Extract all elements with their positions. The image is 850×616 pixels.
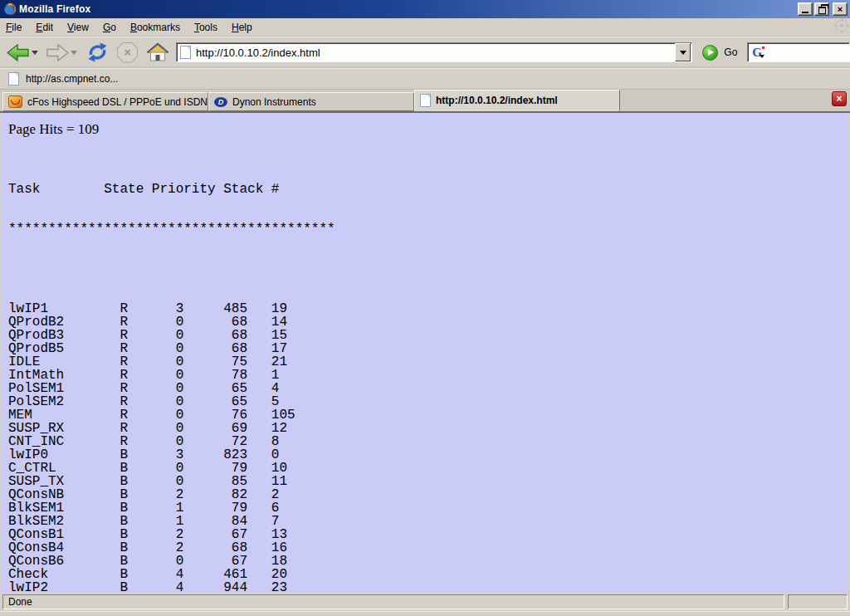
forward-dropdown-icon[interactable] (71, 51, 77, 55)
table-row: MEM R 0 76 105 (8, 408, 335, 422)
close-tab-button[interactable]: × (832, 91, 847, 106)
table-divider: ****************************************… (8, 222, 335, 236)
menu-help[interactable]: Help (226, 20, 258, 35)
menu-file[interactable]: File (0, 20, 27, 35)
table-spacer (8, 262, 335, 276)
close-icon: × (838, 5, 843, 13)
minimize-button[interactable] (798, 2, 813, 16)
table-row: QConsB4 B 2 68 16 (8, 541, 335, 555)
table-row: QConsNB B 2 82 2 (8, 488, 335, 501)
table-row: PolSEM2 R 0 65 5 (8, 395, 335, 408)
menu-view[interactable]: View (61, 20, 95, 35)
url-text: http://10.0.10.2/index.html (196, 46, 675, 59)
reload-button[interactable] (86, 42, 109, 63)
bookmark-label: http://as.cmpnet.co... (26, 73, 118, 85)
table-row: QProdB2 R 0 68 14 (8, 315, 335, 329)
throbber-icon (840, 24, 843, 27)
task-table: Task State Priority Stack # ************… (8, 156, 335, 616)
tab-2[interactable]: DDynon Instruments (208, 92, 414, 111)
back-dropdown-icon[interactable] (32, 51, 38, 55)
menu-go[interactable]: Go (97, 20, 122, 35)
tab-1[interactable]: cFos Highspeed DSL / PPPoE und ISDN CAP.… (2, 92, 208, 111)
table-row: Check B 4 461 20 (8, 568, 335, 581)
table-row: PolSEM1 R 0 65 4 (8, 382, 335, 395)
go-button[interactable]: Go (702, 45, 737, 61)
restore-icon (818, 7, 826, 14)
table-row: IDLE R 0 75 21 (8, 355, 335, 369)
page-content: Page Hits = 109 Task State Priority Stac… (2, 113, 848, 593)
tab-bar: cFos Highspeed DSL / PPPoE und ISDN CAP.… (0, 90, 850, 113)
window-close-button[interactable]: × (833, 2, 848, 16)
page-hits: Page Hits = 109 (8, 121, 99, 138)
page-icon (420, 94, 431, 107)
tab-label: cFos Highspeed DSL / PPPoE und ISDN CAP.… (27, 96, 208, 108)
dynon-icon: D (214, 97, 227, 107)
table-row: BlkSEM2 B 1 84 7 (8, 515, 335, 528)
forward-button[interactable] (46, 44, 69, 61)
bookmark-page-icon (8, 72, 19, 86)
search-input[interactable]: G (747, 42, 850, 62)
back-button[interactable] (7, 44, 30, 61)
url-bar[interactable]: http://10.0.10.2/index.html (176, 42, 692, 62)
status-panel: Done (2, 594, 784, 609)
minimize-icon (802, 12, 808, 13)
bookmarks-toolbar: http://as.cmpnet.co... (0, 68, 850, 90)
table-row: QConsB1 B 2 67 13 (8, 528, 335, 541)
menu-tools[interactable]: Tools (188, 20, 223, 35)
browser-window: Mozilla Firefox × FileEditViewGoBookmark… (0, 0, 850, 616)
title-bar: Mozilla Firefox × (0, 0, 850, 18)
stop-button[interactable]: × (117, 42, 138, 63)
go-icon (702, 45, 718, 61)
chevron-down-icon (680, 51, 686, 55)
table-row: SUSP_TX B 0 85 11 (8, 475, 335, 488)
table-row: BlkSEM1 B 1 79 6 (8, 501, 335, 515)
table-row: QProdB5 R 0 68 17 (8, 342, 335, 355)
resize-grip[interactable] (788, 594, 848, 609)
table-row: IntMath R 0 78 1 (8, 369, 335, 382)
status-text: Done (8, 596, 32, 608)
search-engine-dropdown-icon[interactable] (760, 55, 765, 58)
go-label: Go (724, 46, 737, 58)
navigation-toolbar: × http://10.0.10.2/index.html Go G (0, 37, 850, 68)
url-dropdown-button[interactable] (675, 43, 691, 61)
cfos-icon (8, 95, 22, 108)
page-icon (180, 46, 191, 59)
window-title: Mozilla Firefox (19, 3, 798, 15)
firefox-icon (3, 2, 17, 16)
table-header: Task State Priority Stack # (8, 183, 335, 196)
table-row: CNT_INC R 0 72 8 (8, 435, 335, 448)
bookmark-item[interactable]: http://as.cmpnet.co... (8, 72, 118, 86)
table-row: QProdB3 R 0 68 15 (8, 329, 335, 342)
table-row: lwIP1 R 3 485 19 (8, 302, 335, 315)
home-button[interactable] (146, 42, 169, 62)
menu-bookmarks[interactable]: Bookmarks (125, 20, 186, 35)
stop-icon: × (124, 46, 130, 59)
table-row: C_CTRL B 0 79 10 (8, 462, 335, 475)
menu-edit[interactable]: Edit (30, 20, 59, 35)
restore-button[interactable] (814, 2, 829, 16)
table-row: lwIP0 B 3 823 0 (8, 448, 335, 462)
table-row: QConsB6 B 0 67 18 (8, 555, 335, 568)
table-row: SUSP_RX R 0 69 12 (8, 422, 335, 435)
tab-label: Dynon Instruments (232, 96, 316, 108)
close-icon: × (836, 94, 842, 104)
tab-label: http://10.0.10.2/index.html (436, 95, 558, 106)
window-bottom-edge (0, 611, 850, 616)
tab-3[interactable]: http://10.0.10.2/index.html (414, 90, 620, 111)
menu-bar: FileEditViewGoBookmarksToolsHelp (0, 18, 850, 37)
status-bar: Done (0, 593, 850, 611)
